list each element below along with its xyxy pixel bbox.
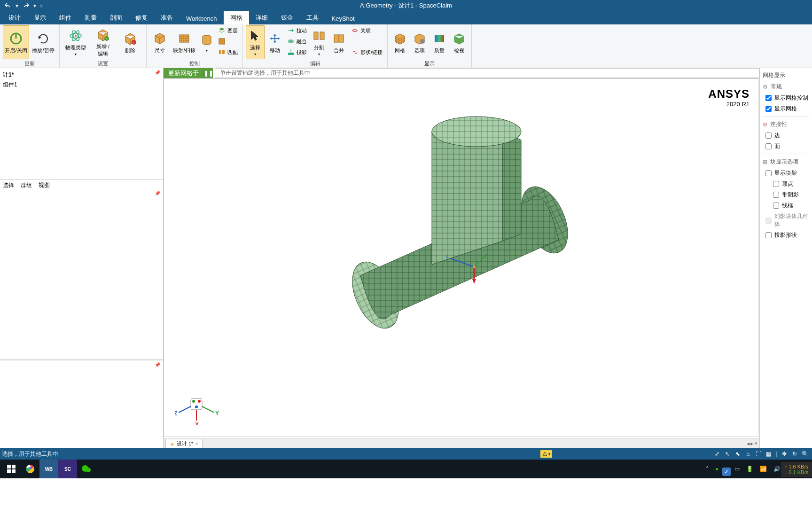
document-tabs: ▲ 设计 1* × ◂ ▸ × [164,438,759,448]
extra-button[interactable] [216,36,240,47]
pin-icon[interactable]: 📌 [155,362,160,367]
sel-tab-view[interactable]: 视图 [39,181,50,189]
tab-repair[interactable]: 修复 [129,11,154,24]
document-tab[interactable]: ▲ 设计 1* × [165,439,203,448]
start-button[interactable] [2,460,21,478]
close-tab-icon[interactable]: × [195,441,198,446]
split-icon [312,28,327,43]
tab-mesh[interactable]: 网格 [224,11,249,24]
tab-prev[interactable]: ◂ [747,440,750,447]
tab-prepare[interactable]: 准备 [154,11,180,24]
undo-dropdown[interactable]: ▾ [14,1,20,10]
mesh-display-button[interactable]: 网格 [390,25,409,59]
quality-button[interactable]: 质量 [430,25,449,59]
new-edit-button[interactable]: + 新增 / 编辑 [90,25,116,59]
physics-type-button[interactable]: 物理类型 ▾ [62,25,89,59]
wifi-icon[interactable]: 📶 [757,460,770,478]
svg-rect-13 [219,50,221,54]
wb-icon[interactable]: WB [39,460,58,478]
view-button[interactable]: 检视 [450,25,468,59]
tab-keyshot[interactable]: KeyShot [325,13,361,24]
structure-tree[interactable]: 📌 计1* 组件1 [0,68,163,179]
cursor2-icon[interactable]: ⬉ [733,449,743,459]
3d-viewport[interactable]: ANSYS 2020 R1 [164,78,758,437]
grid-icon[interactable]: ▦ [764,449,774,459]
tray-wechat-icon[interactable]: ● [712,460,721,478]
tab-design[interactable]: 设计 [2,11,27,24]
svg-text:+: + [106,37,108,41]
qat-customize[interactable]: ▿ [39,1,44,10]
fuse-button[interactable]: 融合 [285,36,309,47]
barrel-button[interactable]: ▾ [198,25,215,59]
tab-assembly[interactable]: 组件 [53,11,78,24]
select-button[interactable]: 选择 ▾ [246,25,265,59]
layer-icon [218,27,226,34]
warning-badge[interactable]: ⚠▾ [540,450,552,458]
statusbar: 选择，用于其他工具中 ⚠▾ ⤢ ↖ ⬉ ⌂ ⛶ ▦ | ✥ ↻ 🔍 [0,448,812,460]
chk-wireframe[interactable] [773,203,779,209]
assoc-button[interactable]: 关联 [349,25,384,36]
orbit-icon[interactable]: ↻ [789,449,800,459]
play-pause-button[interactable]: 播放/暂停 [30,25,56,59]
pan-icon[interactable]: ✥ [779,449,789,459]
tray-vpn-icon[interactable]: ✓ [722,468,731,476]
pin-icon[interactable]: 📌 [155,70,160,75]
battery-icon[interactable]: 🔋 [743,460,756,478]
move-button[interactable]: 移动 [265,25,284,59]
tab-section[interactable]: 剖面 [103,11,129,24]
sc-icon[interactable]: SC [58,460,77,478]
chk-vertex[interactable] [773,181,779,187]
size-button[interactable]: 尺寸 [149,25,170,59]
map-sweep-button[interactable]: 映射/扫掠 [171,25,197,59]
tray-up-icon[interactable]: ˄ [703,460,711,478]
shape-link-button[interactable]: 形状/链接 [349,47,384,57]
chk-shaded[interactable] [773,192,779,198]
tab-workbench[interactable]: Workbench [180,13,224,24]
chk-show-mesh[interactable] [765,106,772,112]
pin-icon[interactable]: 📌 [155,191,160,196]
zoom-icon[interactable]: 🔍 [800,449,810,459]
mesh-display-panel: 网格显示 ⚙常规 显示网格控制 显示网格 ⊛连接性 边 面 ⊞块显示选项 显示块… [759,68,812,448]
cursor-status-icon[interactable]: ↖ [722,449,733,459]
project-icon [287,48,295,56]
tray-rect-icon[interactable]: ▭ [732,460,742,478]
tab-measure[interactable]: 测量 [78,11,103,24]
sel-tab-select[interactable]: 选择 [3,181,14,189]
tree-design-root[interactable]: 计1* [3,70,160,80]
merge-button[interactable]: 合并 [329,25,348,59]
tab-detail[interactable]: 详细 [249,11,274,24]
chk-edge[interactable] [765,133,772,139]
tab-display[interactable]: 显示 [27,11,53,24]
wechat-icon[interactable] [77,460,96,478]
tree-component[interactable]: 组件1 [3,80,160,90]
chk-face[interactable] [765,143,772,149]
tab-next[interactable]: ▸ [750,440,753,447]
expand-icon[interactable]: ⤢ [712,449,722,459]
sel-tab-group[interactable]: 群组 [21,181,32,189]
redo-dropdown[interactable]: ▾ [32,1,38,10]
chrome-icon[interactable] [21,460,39,478]
home-icon[interactable]: ⌂ [743,449,753,459]
undo-button[interactable] [3,1,13,10]
pause-icon[interactable]: ❚❚ [203,68,213,78]
view-triad[interactable]: X Y Z [175,388,222,425]
chk-show-mesh-control[interactable] [765,95,772,101]
chk-project-shape[interactable] [765,232,772,238]
tab-tools[interactable]: 工具 [300,11,325,24]
tab-close[interactable]: × [754,440,757,447]
pull-button[interactable]: 拉动 [285,25,309,36]
options-button[interactable]: 选项 [410,25,429,59]
fit-icon[interactable]: ⛶ [753,449,764,459]
tab-sheetmetal[interactable]: 钣金 [274,11,300,24]
redo-button[interactable] [21,1,31,10]
match-button[interactable]: 匹配 [216,47,240,57]
open-close-button[interactable]: 开启/关闭 [3,25,29,59]
svg-point-52 [86,468,91,472]
chk-show-block[interactable] [765,170,772,176]
svg-text:Z: Z [175,410,177,417]
size-icon [152,31,167,46]
project-button[interactable]: 投影 [285,47,309,57]
layer-button[interactable]: 图层 [216,25,240,36]
split-button[interactable]: 分割 ▾ [310,25,328,59]
delete-button[interactable]: × 删除 [117,25,143,59]
